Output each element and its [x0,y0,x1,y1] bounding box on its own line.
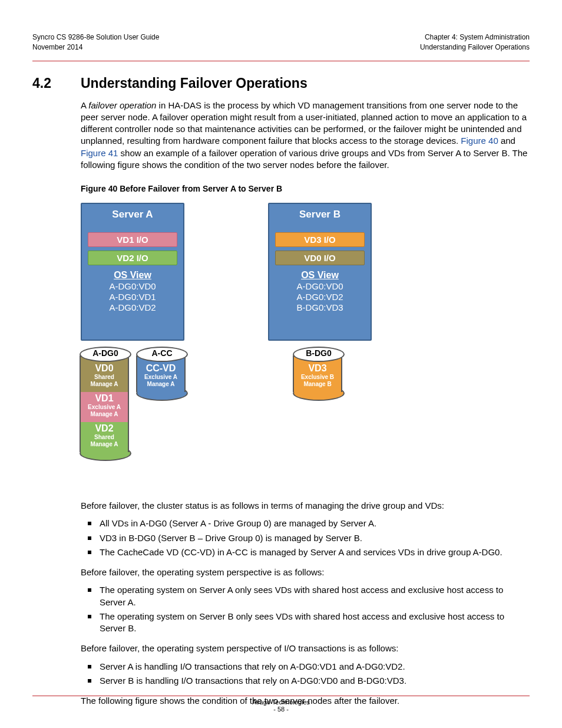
figure-40-diagram: Server A VD1 I/O VD2 I/O OS View A-DG0:V… [81,203,530,492]
server-a-vd2-bar: VD2 I/O [88,251,177,265]
list-item: The CacheCade VD (CC-VD) in A-CC is mana… [81,546,530,558]
intro-text-pre: A [81,100,88,110]
section-number: 4.2 [32,75,81,91]
vd-sub: Exclusive A [81,404,128,411]
cylinder-a-dg0-label: A-DG0 [80,347,131,362]
list-item: Server B is handling I/O transactions th… [81,675,530,687]
section-title: Understanding Failover Operations [81,75,308,91]
server-b-os-line: A-DG0:VD2 [274,292,366,302]
intro-term: failover operation [88,100,156,110]
server-a-title: Server A [87,209,178,220]
server-a-os-line: A-DG0:VD0 [87,281,178,291]
figure-41-link[interactable]: Figure 41 [81,148,118,158]
header-chapter: Chapter 4: System Administration [420,32,530,42]
vd-sub: Shared [81,374,128,381]
header-rule [32,61,530,61]
cylinder-b-dg0: B-DG0 VD3 Exclusive B Manage B [293,347,342,401]
server-a-os-line: A-DG0:VD2 [87,302,178,312]
para-cluster-status: Before failover, the cluster status is a… [81,500,530,512]
server-b-box: Server B VD3 I/O VD0 I/O OS View A-DG0:V… [268,203,372,341]
list-item: The operating system on Server B only se… [81,611,530,635]
vd-sub: Manage A [81,381,128,388]
list-io-perspective: Server A is handling I/O transactions th… [81,661,530,687]
header-doc-date: November 2014 [32,42,159,52]
vd-label: VD1 [81,393,128,404]
vd-label: VD0 [81,363,128,374]
server-a-box: Server A VD1 I/O VD2 I/O OS View A-DG0:V… [81,203,184,341]
figure-40-link[interactable]: Figure 40 [461,136,498,146]
server-b-vd3-bar: VD3 I/O [275,232,365,247]
list-cluster-status: All VDs in A-DG0 (Server A - Drive Group… [81,518,530,558]
footer-page-number: - 58 - [32,706,530,713]
cylinder-a-cc: A-CC CC-VD Exclusive A Manage A [136,347,186,401]
list-os-perspective: The operating system on Server A only se… [81,584,530,634]
vd-label: CC-VD [137,363,184,374]
footer-rule [32,696,530,696]
cylinder-b-dg0-label: B-DG0 [293,347,345,362]
cylinder-a-cc-label: A-CC [136,347,188,362]
vd-sub: Manage A [137,381,184,388]
server-a-osview-title: OS View [87,270,178,281]
figure-40-caption: Figure 40 Before Failover from Server A … [81,184,530,193]
vd-label: VD2 [81,423,128,434]
footer-company: Avago Technologies [32,699,530,706]
vd-sub: Manage A [81,411,128,418]
para-os-perspective: Before failover, the operating system pe… [81,566,530,578]
server-a-os-line: A-DG0:VD1 [87,292,178,302]
server-a-vd1-bar: VD1 I/O [88,232,177,247]
intro-paragraph: A failover operation in HA-DAS is the pr… [81,100,530,172]
server-b-title: Server B [274,209,366,220]
cylinder-a-dg0: A-DG0 VD0 Shared Manage A VD1 Exclusive … [80,347,129,461]
vd-label: VD3 [294,363,341,374]
intro-text-and: and [498,136,515,146]
intro-text-post: show an example of a failover operation … [81,148,527,170]
list-item: All VDs in A-DG0 (Server A - Drive Group… [81,518,530,529]
list-item: The operating system on Server A only se… [81,584,530,608]
vd-sub: Manage A [81,441,128,448]
header-doc-title: Syncro CS 9286-8e Solution User Guide [32,32,159,42]
server-b-osview-title: OS View [274,270,366,281]
page-header: Syncro CS 9286-8e Solution User Guide No… [32,32,530,52]
vd-sub: Exclusive A [137,374,184,381]
server-b-os-line: B-DG0:VD3 [274,302,366,312]
list-item: VD3 in B-DG0 (Server B – Drive Group 0) … [81,532,530,544]
para-io-perspective: Before failover, the operating system pe… [81,643,530,654]
vd-sub: Exclusive B [294,374,341,381]
server-b-os-line: A-DG0:VD0 [274,281,366,291]
list-item: Server A is handling I/O transactions th… [81,661,530,673]
vd-sub: Shared [81,434,128,441]
vd-sub: Manage B [294,381,341,388]
header-subchapter: Understanding Failover Operations [420,42,530,52]
page-footer: Avago Technologies - 58 - [32,693,530,713]
server-b-vd0-bar: VD0 I/O [275,251,365,265]
